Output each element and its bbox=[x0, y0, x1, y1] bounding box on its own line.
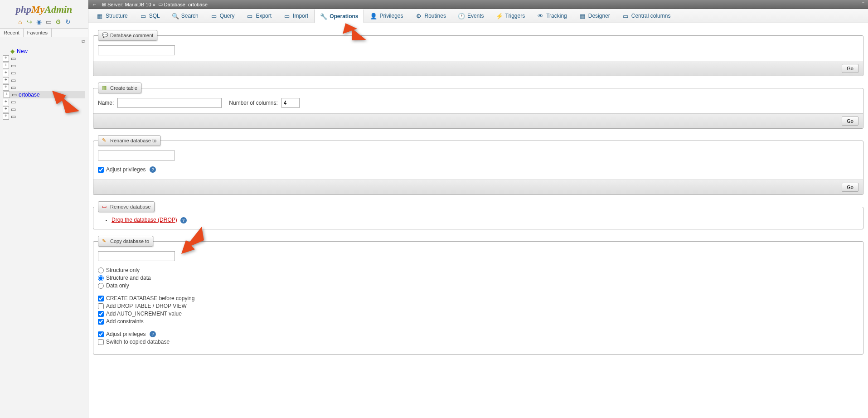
table-name-input[interactable] bbox=[117, 98, 222, 108]
tab-sql[interactable]: ▭SQL bbox=[134, 9, 166, 23]
tree-db-item[interactable]: +▭ bbox=[3, 69, 85, 77]
tree-db-item[interactable]: +▭ bbox=[3, 106, 85, 113]
adjust-privileges-checkbox[interactable] bbox=[98, 167, 104, 173]
tab-triggers[interactable]: ⚡Triggers bbox=[490, 9, 531, 23]
pencil-icon: ✎ bbox=[102, 238, 108, 244]
tab-events[interactable]: 🕐Events bbox=[452, 9, 490, 23]
privileges-icon: 👤 bbox=[370, 12, 377, 19]
main-tabs: ▦Structure ▭SQL 🔍Search ▭Query ▭Export ▭… bbox=[88, 9, 868, 23]
go-button[interactable]: Go bbox=[842, 117, 858, 126]
tab-import[interactable]: ▭Import bbox=[277, 9, 314, 23]
help-icon[interactable]: ? bbox=[150, 331, 156, 337]
panel-remove-db: ▭Remove database Drop the database (DROP… bbox=[93, 201, 863, 229]
tab-query[interactable]: ▭Query bbox=[204, 9, 241, 23]
legend-remove-db: ▭Remove database bbox=[98, 201, 155, 212]
tree-db-item[interactable]: +▭ bbox=[3, 113, 85, 120]
page-settings-icon[interactable]: ⌃ bbox=[858, 0, 868, 8]
tab-search[interactable]: 🔍Search bbox=[166, 9, 204, 23]
collapse-link-icon[interactable]: ⧉ bbox=[0, 37, 88, 46]
db-icon: ▭ bbox=[10, 84, 16, 91]
expand-icon[interactable]: + bbox=[3, 99, 9, 105]
go-button[interactable]: Go bbox=[842, 64, 858, 73]
breadcrumb: ← 🖥 Server: MariaDB 10 » ▭ Database: ort… bbox=[88, 0, 868, 9]
db-icon: ▭ bbox=[10, 63, 16, 69]
expand-icon[interactable]: + bbox=[3, 113, 9, 120]
drop-db-item: Drop the database (DROP) ? bbox=[112, 217, 858, 224]
drop-db-link[interactable]: Drop the database (DROP) bbox=[112, 217, 177, 223]
home-icon[interactable]: ⌂ bbox=[16, 18, 24, 25]
panel-copy-db: ✎Copy database to Structure only Structu… bbox=[93, 236, 863, 355]
import-icon: ▭ bbox=[283, 12, 291, 19]
tree-db-item[interactable]: +▭ bbox=[3, 77, 85, 84]
go-button[interactable]: Go bbox=[842, 183, 858, 192]
radio-label: Structure and data bbox=[106, 275, 151, 281]
legend-db-comment: 💬Database comment bbox=[98, 30, 157, 41]
adjust-priv-label: Adjust privileges bbox=[106, 166, 145, 173]
database-icon: ▭ bbox=[158, 1, 163, 7]
table-cols-input[interactable] bbox=[281, 98, 300, 108]
cb-create-db[interactable] bbox=[98, 296, 104, 301]
reload-icon[interactable]: ↻ bbox=[64, 18, 72, 25]
settings-icon[interactable]: ⚙ bbox=[55, 18, 62, 25]
cb-switch-copied[interactable] bbox=[98, 339, 104, 345]
tab-label: Triggers bbox=[505, 13, 525, 19]
structure-icon: ▦ bbox=[96, 12, 103, 19]
tab-label: Search bbox=[181, 13, 199, 19]
radio-data-only[interactable] bbox=[98, 283, 104, 289]
db-icon: ▭ bbox=[10, 106, 16, 112]
tree-new[interactable]: ◆ New bbox=[3, 48, 85, 55]
favorites-tab[interactable]: Favorites bbox=[24, 29, 52, 37]
cb-label: Adjust privileges bbox=[106, 331, 145, 337]
tree-db-item[interactable]: +▭ bbox=[3, 62, 85, 69]
recent-tab[interactable]: Recent bbox=[0, 29, 24, 37]
tab-central-columns[interactable]: ▭Central columns bbox=[616, 9, 677, 23]
radio-structure-data[interactable] bbox=[98, 275, 104, 281]
help-icon[interactable]: ? bbox=[150, 166, 156, 173]
db-icon: ▭ bbox=[11, 92, 17, 98]
cb-drop-table[interactable] bbox=[98, 303, 104, 309]
sql-icon: ▭ bbox=[140, 12, 147, 19]
copy-db-input[interactable] bbox=[98, 251, 175, 261]
expand-icon[interactable]: + bbox=[4, 92, 10, 98]
expand-icon[interactable]: + bbox=[3, 84, 9, 91]
tab-routines[interactable]: ⚙Routines bbox=[409, 9, 452, 23]
legend-text: Remove database bbox=[110, 204, 150, 209]
tab-structure[interactable]: ▦Structure bbox=[90, 9, 134, 23]
radio-structure-only[interactable] bbox=[98, 267, 104, 273]
new-label: New bbox=[17, 48, 28, 54]
tab-export[interactable]: ▭Export bbox=[240, 9, 277, 23]
expand-icon[interactable]: + bbox=[3, 63, 9, 69]
sql-icon[interactable]: ▭ bbox=[45, 18, 53, 25]
tab-label: Query bbox=[220, 13, 235, 19]
cb-adjust-priv[interactable] bbox=[98, 331, 104, 337]
rename-db-input[interactable] bbox=[98, 151, 175, 160]
db-comment-input[interactable] bbox=[98, 45, 175, 55]
tab-operations[interactable]: 🔧Operations bbox=[314, 9, 364, 23]
tree-db-item-ortobase[interactable]: + ▭ ortobase bbox=[3, 91, 85, 98]
tab-privileges[interactable]: 👤Privileges bbox=[364, 9, 409, 23]
logo[interactable]: phpMyAdmin bbox=[0, 0, 88, 17]
expand-icon[interactable]: + bbox=[3, 55, 9, 62]
legend-copy-db: ✎Copy database to bbox=[98, 236, 153, 247]
legend-create-table: ▦Create table bbox=[98, 83, 141, 93]
expand-icon[interactable]: + bbox=[3, 106, 9, 112]
database-link[interactable]: ortobase bbox=[188, 2, 208, 7]
logout-icon[interactable]: ↪ bbox=[26, 18, 33, 25]
tab-tracking[interactable]: 👁Tracking bbox=[531, 9, 573, 23]
search-icon: 🔍 bbox=[172, 12, 179, 19]
tree-db-item[interactable]: +▭ bbox=[3, 84, 85, 91]
help-icon[interactable]: ? bbox=[180, 217, 187, 224]
tree-db-item[interactable]: +▭ bbox=[3, 98, 85, 106]
server-link[interactable]: MariaDB 10 bbox=[125, 2, 151, 7]
expand-icon[interactable]: + bbox=[3, 70, 9, 76]
cb-auto-increment[interactable] bbox=[98, 311, 104, 317]
cb-label: Add DROP TABLE / DROP VIEW bbox=[106, 303, 187, 309]
collapse-sidebar-icon[interactable]: ← bbox=[92, 2, 97, 7]
central-columns-icon: ▭ bbox=[622, 12, 629, 19]
cb-constraints[interactable] bbox=[98, 319, 104, 325]
tracking-icon: 👁 bbox=[537, 12, 544, 19]
docs-icon[interactable]: ◉ bbox=[35, 18, 43, 25]
expand-icon[interactable]: + bbox=[3, 77, 9, 83]
tree-db-item[interactable]: +▭ bbox=[3, 55, 85, 62]
tab-designer[interactable]: ▦Designer bbox=[573, 9, 616, 23]
